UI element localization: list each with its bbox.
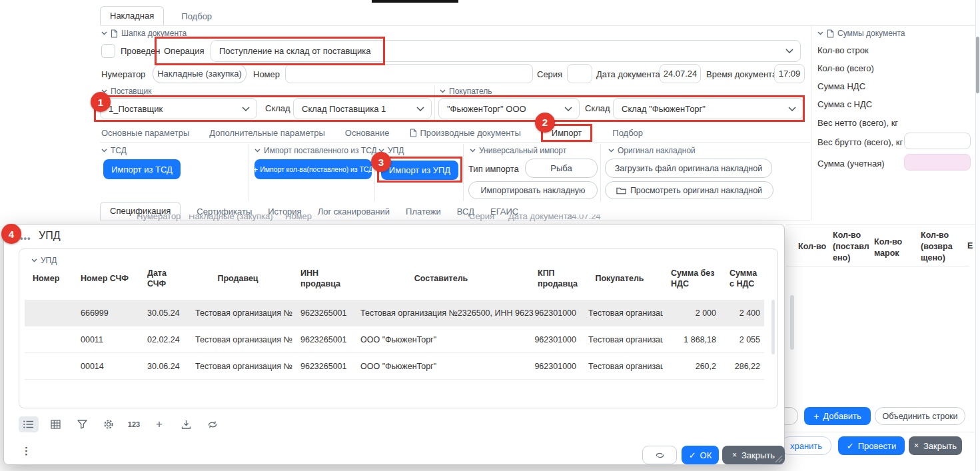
cell: Тестовая организация № — [580, 353, 663, 379]
import-from-upd-button[interactable]: Импорт из УПД — [381, 161, 458, 180]
section-upd-panel[interactable]: УПД — [31, 256, 57, 265]
section-tsd-qty-label: Импорт поставленного из ТСД — [264, 146, 377, 155]
cell: 962301000 — [534, 326, 580, 352]
cell: 286,22 — [726, 353, 764, 379]
tab-proizvodnye-dokumenty[interactable]: Производные документы — [410, 128, 521, 138]
grid-view-icon[interactable] — [45, 416, 65, 432]
numerator-button[interactable]: Накладные (закупка) — [153, 64, 246, 83]
view-original-button[interactable]: Просмотреть оригинал накладной — [605, 181, 773, 199]
number-input-field[interactable] — [291, 68, 527, 79]
more-options-icon[interactable]: ⋮ — [21, 445, 31, 457]
tab-osnovanie[interactable]: Основание — [345, 128, 390, 138]
merge-rows-button[interactable]: Объединить строки — [875, 407, 965, 425]
series-input[interactable] — [567, 64, 592, 83]
upload-original-label: Загрузить файл оригинала накладной — [615, 164, 762, 173]
col-summa-s-nds[interactable]: Сумма с НДС — [726, 266, 764, 291]
merge-rows-label: Объединить строки — [882, 412, 957, 421]
filter-icon[interactable] — [72, 416, 92, 432]
add-row-button[interactable]: + Добавить — [804, 407, 871, 425]
cell: Тестовая организация № — [580, 326, 663, 352]
cell: 9623265001 — [292, 353, 352, 379]
gross-weight-input[interactable] — [904, 133, 971, 149]
cell — [25, 300, 73, 326]
chevron-down-icon — [817, 31, 823, 35]
series-label: Серия — [537, 69, 562, 79]
tab-nakladnaya[interactable]: Накладная — [100, 6, 164, 25]
tab-import[interactable]: Импорт 2 — [541, 124, 592, 142]
cell: 962301000 — [534, 353, 580, 379]
numerator-value: Накладные (закупка) — [157, 69, 242, 79]
list-view-icon[interactable] — [19, 416, 39, 432]
doc-date-input[interactable]: 24.07.24 — [660, 64, 701, 83]
top-dark-bar — [372, 0, 458, 3]
gross-weight-field[interactable] — [910, 135, 965, 147]
modal-drag-handle-icon[interactable]: ••• — [20, 233, 31, 243]
section-supplier[interactable]: Поставщик — [101, 87, 152, 96]
resize-grip-icon[interactable] — [774, 455, 783, 463]
section-universal-import[interactable]: Универсальный импорт — [470, 146, 566, 155]
upd-row[interactable]: 00011 02.02.24 Тестовая организация № 96… — [25, 326, 764, 353]
bg-col-qty-returned: Кол-во (возвра щено) — [921, 230, 959, 264]
cell: 9623265001 — [292, 326, 352, 352]
add-plus-icon[interactable]: + — [149, 416, 169, 432]
modal-ok-button[interactable]: ✓ ОК — [682, 446, 719, 464]
tab-podbor-params[interactable]: Подбор — [612, 128, 643, 138]
col-sostavitel[interactable]: Составитель — [352, 266, 534, 291]
import-qty-tsd-button[interactable]: + Импорт кол-ва(поставлено) из ТСД — [254, 159, 372, 179]
bg-table-scrollbar-thumb[interactable] — [790, 295, 794, 350]
section-original[interactable]: Оригинал накладной — [608, 146, 696, 155]
window-scrollbar-thumb[interactable] — [976, 37, 979, 93]
section-tsd-qty[interactable]: Импорт поставленного из ТСД — [254, 146, 377, 155]
import-type-button[interactable]: Рыба — [525, 159, 598, 178]
import-from-tsd-button[interactable]: Импорт из ТСД — [103, 159, 181, 179]
number-input[interactable] — [285, 64, 533, 83]
cell: ООО "ФьюженТорг" — [352, 353, 534, 379]
section-tsd[interactable]: ТСД — [101, 146, 127, 155]
section-totals[interactable]: Суммы документа — [817, 29, 905, 38]
numbering-123-icon[interactable]: 123 — [125, 416, 143, 432]
sync-icon[interactable] — [203, 416, 223, 432]
upd-row-selected[interactable]: 666999 30.05.24 Тестовая организация № 9… — [25, 300, 764, 326]
cell: 9623265001 — [292, 300, 352, 326]
download-icon[interactable] — [176, 416, 196, 432]
numerator-label: Нумератор — [101, 69, 145, 79]
bg-col-qty: Кол-во — [798, 242, 829, 251]
col-pokupatel[interactable]: Покупатель — [580, 266, 663, 291]
save-button-fragment[interactable]: хранить — [781, 436, 831, 455]
upd-panel: УПД Номер Номер СЧФ Дата СЧФ Продавец ИН… — [19, 248, 778, 408]
tab-dopolnitelnye-parametry[interactable]: Дополнительные параметры — [209, 128, 325, 138]
section-totals-label: Суммы документа — [837, 29, 905, 38]
bg-col-qty-delivered: Кол-во (поставл ено) — [833, 230, 871, 264]
accounting-sum-field[interactable] — [904, 154, 971, 171]
import-from-tsd-label: Импорт из ТСД — [111, 165, 173, 175]
col-summa-bez-nds[interactable]: Сумма без НДС — [663, 266, 726, 291]
post-button[interactable]: ✓ Провести — [838, 436, 905, 455]
section-upd-panel-label: УПД — [41, 256, 57, 265]
col-nomer[interactable]: Номер — [25, 266, 73, 291]
cell: 962301000 — [534, 300, 580, 326]
plus-icon: + — [253, 165, 258, 175]
col-data-schf[interactable]: Дата СЧФ — [139, 266, 187, 291]
upd-table-scrollbar-thumb[interactable] — [771, 300, 775, 354]
import-invoice-button[interactable]: Импортировать накладную — [468, 181, 598, 199]
settings-gear-icon[interactable] — [99, 416, 119, 432]
section-buyer[interactable]: Покупатель — [440, 87, 492, 96]
series-input-field[interactable] — [573, 68, 586, 79]
section-upd-label: УПД — [388, 146, 404, 155]
tab-podbor-main[interactable]: Подбор — [181, 7, 212, 25]
number-label: Номер — [253, 69, 280, 79]
col-inn-prodavca[interactable]: ИНН продавца — [292, 266, 352, 291]
doc-time-input[interactable]: 17:09 — [774, 64, 805, 83]
upload-original-button[interactable]: Загрузить файл оригинала накладной — [605, 159, 772, 178]
upd-row[interactable]: 00014 30.06.24 Тестовая организация № 96… — [25, 353, 764, 380]
close-form-button[interactable]: × Закрыть — [909, 436, 962, 455]
col-nomer-schf[interactable]: Номер СЧФ — [73, 266, 139, 291]
col-prodavec[interactable]: Продавец — [187, 266, 292, 291]
posted-checkbox[interactable] — [101, 44, 115, 58]
totals-vat-label: Сумма НДС — [817, 81, 865, 91]
x-icon: × — [914, 441, 919, 450]
bg-cut-button[interactable] — [783, 407, 798, 425]
modal-refresh-button[interactable] — [642, 446, 677, 464]
col-kpp-prodavca[interactable]: КПП продавца — [534, 266, 580, 291]
tab-osnovnye-parametry[interactable]: Основные параметры — [101, 128, 189, 138]
